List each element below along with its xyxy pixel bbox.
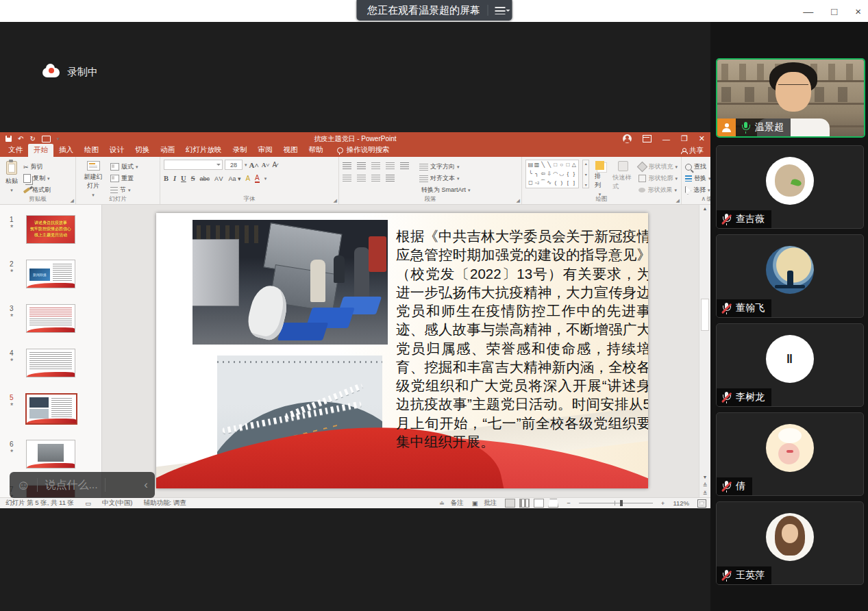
ribbon-display-options-icon[interactable]	[643, 135, 652, 142]
zoom-slider[interactable]	[579, 503, 653, 503]
accessibility-status[interactable]: 辅助功能: 调查	[143, 499, 186, 508]
tab-design[interactable]: 设计	[104, 144, 129, 157]
qat-customize-caret-icon[interactable]: ▾	[57, 136, 60, 142]
collapse-ribbon-icon[interactable]: ∧	[701, 195, 706, 202]
previous-slide-icon[interactable]: ≙	[699, 482, 710, 488]
participant-tile[interactable]: ‖ 李树龙	[716, 323, 864, 407]
thumb-image[interactable]	[26, 304, 75, 333]
scroll-up-icon[interactable]: ▲	[699, 206, 710, 211]
zoom-out-icon[interactable]: −	[567, 499, 571, 507]
increase-indent-icon[interactable]	[386, 162, 395, 169]
quick-styles-button[interactable]: 快速样式	[610, 160, 635, 196]
font-dialog-launcher-icon[interactable]: ◢	[334, 198, 337, 203]
underline-button[interactable]: U	[181, 175, 186, 182]
line-spacing-icon[interactable]	[400, 162, 409, 169]
italic-button[interactable]: I	[173, 175, 176, 182]
participant-tile[interactable]: 王英萍	[716, 501, 864, 585]
slide-body-text[interactable]: 根据《中共吉林大学委员会关于新冠疫情应急管控时期加强党的建设的指导意见》（校党发…	[396, 227, 648, 451]
tab-record[interactable]: 录制	[227, 144, 253, 157]
thumb-image[interactable]	[26, 349, 75, 377]
thumb-image[interactable]: 讲述身边抗疫故事 筑牢防控疫情必胜信心 线上主题党日活动	[26, 215, 75, 244]
slide-sorter-view-icon[interactable]	[519, 499, 530, 508]
select-button[interactable]: 选择▾	[685, 186, 710, 195]
scroll-down-icon[interactable]: ▼	[699, 475, 710, 479]
align-text-button[interactable]: 对齐文本▾	[419, 174, 471, 183]
slide-canvas[interactable]: 根据《中共吉林大学委员会关于新冠疫情应急管控时期加强党的建设的指导意见》（校党发…	[156, 213, 648, 488]
maximize-button[interactable]: □	[831, 5, 837, 17]
slide-photo-night-loading[interactable]	[193, 220, 388, 345]
ppt-minimize-button[interactable]: —	[662, 135, 670, 143]
chat-placeholder[interactable]: 说点什么...	[45, 478, 97, 492]
normal-view-icon[interactable]	[505, 499, 515, 508]
replace-button[interactable]: 替换▾	[685, 174, 710, 183]
tab-help[interactable]: 帮助	[303, 144, 329, 157]
thumb-image[interactable]: 新闻联播	[26, 260, 75, 288]
grow-font-icon[interactable]: A˄	[249, 161, 259, 169]
change-case-button[interactable]: Aa ▾	[228, 175, 240, 182]
decrease-indent-icon[interactable]	[371, 162, 380, 169]
shrink-font-icon[interactable]: A˅	[262, 162, 270, 169]
shape-effects-button[interactable]: 形状效果▾	[638, 186, 678, 195]
notes-toggle[interactable]: ≐ 备注	[439, 499, 464, 508]
viewing-screen-banner[interactable]: 您正在观看温景超的屏幕	[356, 0, 512, 21]
text-shadow-button[interactable]: abc	[200, 175, 210, 182]
bullets-icon[interactable]	[343, 162, 351, 169]
tab-insert[interactable]: 插入	[53, 144, 79, 157]
clipboard-dialog-launcher-icon[interactable]: ◢	[71, 198, 74, 203]
shape-gallery[interactable]: ▤▥╲╲□○□△ ╰╮⇦⇩◠◡{} ◻◅⌒∿()[]	[525, 160, 579, 188]
tab-file[interactable]: 文件	[3, 144, 28, 157]
highlight-color-button[interactable]: A	[245, 175, 250, 182]
participant-tile[interactable]: 查吉薇	[716, 145, 864, 229]
banner-menu-icon[interactable]	[495, 7, 505, 14]
participant-tile[interactable]: 董翰飞	[716, 234, 864, 318]
shape-outline-button[interactable]: 形状轮廓▾	[638, 174, 678, 183]
chat-collapse-icon[interactable]: ‹	[144, 478, 148, 492]
reset-button[interactable]: 重置	[110, 174, 138, 183]
shape-gallery-scroll[interactable]: ▴▾▾	[582, 160, 589, 188]
arrange-button[interactable]: 排列 ▾	[593, 160, 607, 196]
tab-review[interactable]: 审阅	[253, 144, 278, 157]
fit-slide-icon[interactable]	[697, 499, 706, 508]
undo-icon[interactable]: ↶	[18, 135, 23, 142]
paste-button[interactable]: 粘贴 ▾	[3, 160, 20, 196]
account-avatar-icon[interactable]	[623, 134, 632, 143]
close-button[interactable]: ×	[855, 5, 861, 17]
zoom-in-icon[interactable]: +	[661, 499, 665, 507]
format-painter-button[interactable]: 格式刷	[23, 186, 51, 195]
paragraph-dialog-launcher-icon[interactable]: ◢	[517, 198, 520, 203]
font-size-box[interactable]: 28	[225, 160, 243, 170]
ppt-close-button[interactable]: ✕	[699, 134, 705, 143]
clear-format-icon[interactable]: A̷	[272, 161, 277, 169]
new-slide-button[interactable]: 新建幻灯片 ▾	[79, 160, 107, 196]
thumb-image[interactable]	[26, 440, 75, 469]
cut-button[interactable]: ✂剪切	[23, 162, 51, 171]
save-icon[interactable]	[5, 136, 12, 142]
comments-toggle[interactable]: ▣ 批注	[472, 499, 497, 508]
shape-fill-button[interactable]: 形状填充▾	[638, 162, 678, 171]
thumbnail-slide-5-selected[interactable]: 5 *	[0, 393, 101, 434]
tab-transitions[interactable]: 切换	[129, 144, 155, 157]
zoom-percentage[interactable]: 112%	[673, 499, 689, 507]
start-slideshow-icon[interactable]	[42, 136, 51, 142]
tell-me-search[interactable]: 操作说明搜索	[337, 145, 390, 157]
thumb-image[interactable]	[25, 393, 77, 425]
numbering-icon[interactable]	[357, 162, 366, 169]
participant-tile-video[interactable]: 温景超	[716, 58, 865, 138]
emoji-smiley-icon[interactable]: ☺	[16, 478, 30, 492]
font-color-caret-icon[interactable]: ▾	[264, 176, 267, 182]
character-spacing-button[interactable]: AV	[214, 175, 223, 182]
align-left-icon[interactable]	[343, 175, 351, 182]
align-right-icon[interactable]	[371, 175, 380, 182]
layout-button[interactable]: 版式▾	[110, 162, 138, 171]
minimize-button[interactable]: —	[803, 5, 813, 17]
tab-home[interactable]: 开始	[28, 144, 53, 157]
tab-slideshow[interactable]: 幻灯片放映	[180, 144, 227, 157]
font-color-button[interactable]: A	[255, 174, 260, 183]
zoom-slider-thumb[interactable]	[620, 500, 623, 506]
tab-animations[interactable]: 动画	[155, 144, 180, 157]
chat-input-pill[interactable]: ☺ 说点什么... ‹	[10, 472, 155, 498]
justify-icon[interactable]	[386, 175, 395, 182]
slide-scrollbar[interactable]: ▲ ▼ ≙ ≚	[699, 205, 710, 499]
participant-tile[interactable]: 倩	[716, 412, 864, 496]
reading-view-icon[interactable]	[534, 499, 544, 508]
